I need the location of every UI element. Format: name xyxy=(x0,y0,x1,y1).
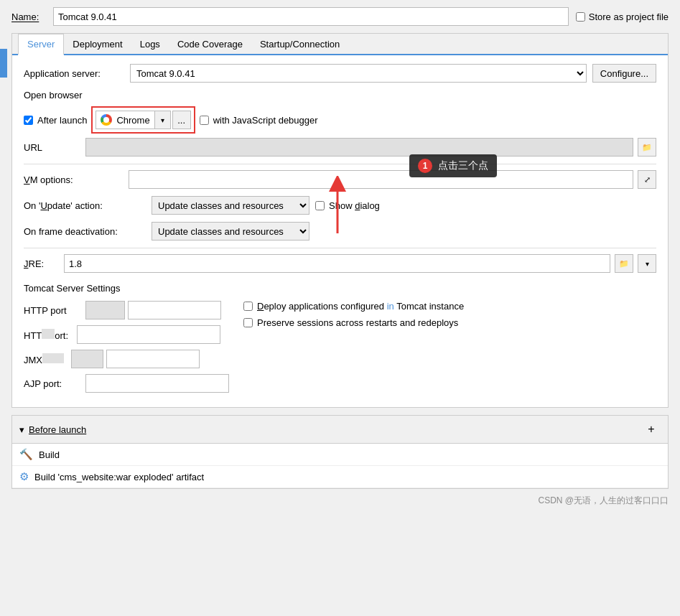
url-label: URL xyxy=(24,142,81,153)
panel-content: Application server: Tomcat 9.0.41 Config… xyxy=(12,55,668,407)
vm-expand-button[interactable]: ⤢ xyxy=(638,170,656,189)
vm-options-input[interactable] xyxy=(129,170,633,189)
tomcat-settings-title: Tomcat Server Settings xyxy=(24,283,656,294)
https-port-input[interactable] xyxy=(77,325,220,344)
jmx-blurred xyxy=(71,350,103,368)
tab-deployment[interactable]: Deployment xyxy=(64,34,131,54)
tab-logs[interactable]: Logs xyxy=(131,34,169,54)
before-launch-item-artifact: ⚙ Build 'cms_website:war exploded' artif… xyxy=(12,466,668,488)
preserve-checkbox[interactable] xyxy=(243,318,253,327)
deploy-label: Deploy applications configured in Tomcat… xyxy=(257,301,464,312)
chrome-icon xyxy=(101,114,112,126)
jre-dropdown-button[interactable]: ▾ xyxy=(638,254,656,273)
on-update-row: On 'Update' action: Update classes and r… xyxy=(24,196,656,215)
before-launch-list: 🔨 Build ⚙ Build 'cms_website:war explode… xyxy=(11,444,669,489)
before-launch-bar: ▾ Before launch + xyxy=(11,415,669,444)
before-launch-chevron[interactable]: ▾ xyxy=(19,424,24,435)
before-launch-item-build: 🔨 Build xyxy=(12,444,668,466)
separator-2 xyxy=(24,248,656,248)
build-icon: 🔨 xyxy=(19,448,33,461)
open-browser-title: Open browser xyxy=(24,90,656,101)
artifact-icon: ⚙ xyxy=(19,470,29,483)
deploy-checkbox-row: Deploy applications configured in Tomcat… xyxy=(243,301,464,312)
on-frame-label: On frame deactivation: xyxy=(24,226,146,237)
name-input[interactable] xyxy=(53,7,569,26)
top-bar: Name: Store as project file xyxy=(0,0,680,33)
browser-dropdown-arrow[interactable]: ▾ xyxy=(155,111,171,129)
jre-row: JRE: 📁 ▾ xyxy=(24,254,656,273)
app-server-label: Application server: xyxy=(24,68,124,79)
preserve-checkbox-row: Preserve sessions across restarts and re… xyxy=(243,317,464,328)
on-update-label: On 'Update' action: xyxy=(24,200,146,211)
http-port-blurred xyxy=(85,301,125,319)
browser-dropdown-group: Chrome ▾ ... xyxy=(91,106,195,134)
preserve-label: Preserve sessions across restarts and re… xyxy=(257,317,458,328)
footer-credit: CSDN @无语，人生的过客口口口 xyxy=(538,495,669,507)
show-dialog-checkbox[interactable] xyxy=(315,201,325,210)
tabs-row: Server Deployment Logs Code Coverage Sta… xyxy=(12,34,668,55)
configure-button[interactable]: Configure... xyxy=(592,64,656,83)
tab-startup-connection[interactable]: Startup/Connection xyxy=(251,34,348,54)
show-dialog-row: Show dialog xyxy=(315,200,380,211)
after-launch-checkbox[interactable] xyxy=(24,116,33,125)
build-label: Build xyxy=(39,449,60,460)
content-panel: Server Deployment Logs Code Coverage Sta… xyxy=(11,33,669,408)
left-accent-bar xyxy=(0,49,7,78)
jmx-input[interactable] xyxy=(106,350,200,368)
main-container: Name: Store as project file Server Deplo… xyxy=(0,0,680,616)
http-port-row: HTTP port xyxy=(24,301,229,319)
add-before-launch-button[interactable]: + xyxy=(642,420,661,439)
ajp-port-label: AJP port: xyxy=(24,378,81,389)
app-server-select[interactable]: Tomcat 9.0.41 xyxy=(130,64,587,83)
jmx-port-row: JMX xyxy=(24,350,229,368)
browser-select-inner: Chrome xyxy=(96,111,154,129)
after-launch-label: After launch xyxy=(37,115,87,126)
store-project-container: Store as project file xyxy=(576,11,669,22)
ajp-port-row: AJP port: xyxy=(24,374,229,393)
jmx-label: JMX xyxy=(24,353,64,365)
tooltip-bubble: 1 点击三个点 xyxy=(409,154,497,177)
ajp-port-input[interactable] xyxy=(85,374,229,393)
on-update-select[interactable]: Update classes and resources xyxy=(152,196,309,215)
on-frame-row: On frame deactivation: Update classes an… xyxy=(24,222,656,241)
on-frame-select[interactable]: Update classes and resources xyxy=(152,222,309,241)
tab-code-coverage[interactable]: Code Coverage xyxy=(169,34,251,54)
show-dialog-label: Show dialog xyxy=(329,200,380,211)
tooltip-text: 点击三个点 xyxy=(438,159,488,172)
vm-options-row: VM options: ⤢ xyxy=(24,170,656,189)
js-debugger-checkbox[interactable] xyxy=(200,116,209,125)
http-port-input[interactable] xyxy=(128,301,221,319)
js-debugger-label: with JavaScript debugger xyxy=(213,115,318,126)
open-browser-section: Open browser After launch Chrome ▾ ... xyxy=(24,90,656,157)
https-port-label: HTTort: xyxy=(24,329,68,341)
browser-name: Chrome xyxy=(116,115,149,126)
after-launch-row: After launch Chrome ▾ ... with JavaScrip… xyxy=(24,106,656,134)
vm-options-label: VM options: xyxy=(24,174,124,185)
tab-server[interactable]: Server xyxy=(18,34,64,55)
store-project-label: Store as project file xyxy=(589,11,669,22)
artifact-label: Build 'cms_website:war exploded' artifac… xyxy=(34,472,204,482)
app-server-row: Application server: Tomcat 9.0.41 Config… xyxy=(24,64,656,83)
url-browse-button[interactable]: 📁 xyxy=(638,138,656,157)
jre-browse-button[interactable]: 📁 xyxy=(615,254,633,273)
left-ports: HTTP port HTTort: JMX xyxy=(24,301,229,398)
separator-1 xyxy=(24,164,656,164)
http-port-label: HTTP port xyxy=(24,305,81,316)
store-project-checkbox[interactable] xyxy=(576,12,585,22)
browser-ellipsis-button[interactable]: ... xyxy=(172,111,191,129)
tomcat-settings-section: Tomcat Server Settings HTTP port HTTo xyxy=(24,283,656,398)
footer-bar: CSDN @无语，人生的过客口口口 xyxy=(0,492,680,510)
url-row: URL 📁 xyxy=(24,138,656,157)
js-debugger-row: with JavaScript debugger xyxy=(200,115,318,126)
url-input-blurred[interactable] xyxy=(85,138,633,157)
jre-input[interactable] xyxy=(64,254,610,273)
name-label: Name: xyxy=(11,11,46,22)
deploy-checkbox[interactable] xyxy=(243,302,253,311)
port-section: HTTP port HTTort: JMX xyxy=(24,301,656,398)
right-checkboxes: Deploy applications configured in Tomcat… xyxy=(243,301,464,398)
tooltip-number: 1 xyxy=(418,159,432,173)
before-launch-title: Before launch xyxy=(29,424,86,435)
https-port-row: HTTort: xyxy=(24,325,229,344)
jre-label: JRE: xyxy=(24,258,60,269)
